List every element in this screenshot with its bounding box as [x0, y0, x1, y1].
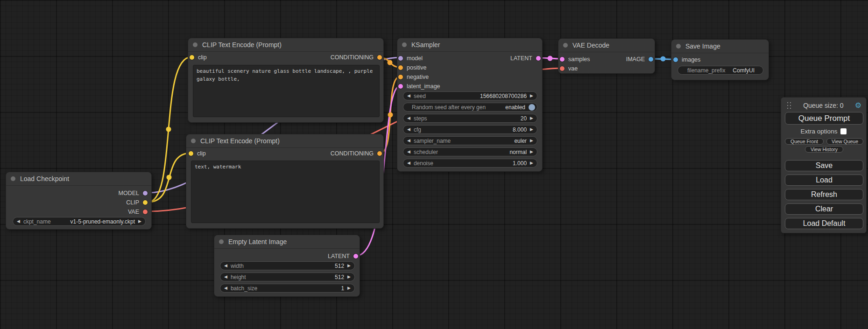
- conditioning-output-port[interactable]: [377, 151, 382, 156]
- clip-output-port[interactable]: [143, 200, 148, 205]
- decrement-arrow-icon[interactable]: ◀: [224, 275, 227, 279]
- clip-input-port[interactable]: [189, 151, 193, 156]
- queue-panel-header: Queue size: 0 ⚙: [781, 99, 866, 112]
- prompt-textarea[interactable]: text, watermark: [191, 161, 380, 223]
- denoise-widget[interactable]: ◀ denoise 1.000 ▶: [403, 159, 537, 168]
- drag-handle-icon[interactable]: [786, 101, 792, 111]
- decrement-arrow-icon[interactable]: ◀: [224, 264, 227, 268]
- increment-arrow-icon[interactable]: ▶: [530, 127, 533, 132]
- vae-input-port[interactable]: [560, 66, 565, 71]
- output-label: CONDITIONING: [331, 54, 374, 61]
- node-vae-decode[interactable]: VAE Decode samples vae IMAGE: [558, 38, 655, 74]
- node-title: Save Image: [685, 42, 720, 50]
- collapse-dot-icon[interactable]: [676, 44, 681, 49]
- input-label: model: [407, 55, 423, 62]
- decrement-arrow-icon[interactable]: ◀: [407, 127, 410, 132]
- extra-options-checkbox[interactable]: [840, 128, 847, 134]
- view-queue-button[interactable]: View Queue: [826, 138, 863, 145]
- model-input-port[interactable]: [398, 56, 403, 61]
- increment-arrow-icon[interactable]: ▶: [347, 275, 351, 279]
- widget-value: v1-5-pruned-emaonly.ckpt: [71, 218, 135, 225]
- filename-prefix-widget[interactable]: filename_prefix ComfyUI: [677, 66, 763, 75]
- widget-value: 512: [335, 274, 344, 280]
- input-label: vae: [568, 65, 578, 72]
- vae-output-port[interactable]: [143, 210, 148, 214]
- clear-button[interactable]: Clear: [785, 203, 863, 215]
- widget-value: 20: [521, 115, 527, 122]
- node-clip-text-encode-negative[interactable]: CLIP Text Encode (Prompt) clip CONDITION…: [186, 134, 384, 229]
- clip-input-port[interactable]: [190, 55, 194, 60]
- increment-arrow-icon[interactable]: ▶: [530, 116, 533, 120]
- steps-widget[interactable]: ◀ steps 20 ▶: [403, 114, 537, 123]
- node-load-checkpoint[interactable]: Load Checkpoint MODEL CLIP VAE ◀ ckpt_na…: [6, 172, 152, 230]
- increment-arrow-icon[interactable]: ▶: [530, 150, 533, 154]
- latent-output-port[interactable]: [353, 254, 358, 259]
- input-label: positive: [407, 64, 426, 71]
- image-output-port[interactable]: [649, 57, 653, 62]
- latent-image-input-port[interactable]: [398, 84, 403, 89]
- scheduler-widget[interactable]: ◀ scheduler normal ▶: [403, 147, 537, 156]
- load-button[interactable]: Load: [785, 175, 863, 186]
- settings-gear-icon[interactable]: ⚙: [855, 102, 861, 109]
- node-empty-latent-image[interactable]: Empty Latent Image LATENT ◀ width 512 ▶ …: [214, 235, 360, 297]
- collapse-dot-icon[interactable]: [11, 176, 15, 181]
- decrement-arrow-icon[interactable]: ◀: [17, 219, 20, 224]
- node-save-image[interactable]: Save Image images filename_prefix ComfyU…: [671, 39, 769, 80]
- conditioning-output-port[interactable]: [377, 55, 382, 60]
- increment-arrow-icon[interactable]: ▶: [530, 139, 533, 143]
- extra-options-row: Extra options: [781, 128, 866, 135]
- width-widget[interactable]: ◀ width 512 ▶: [220, 261, 355, 270]
- node-clip-text-encode-positive[interactable]: CLIP Text Encode (Prompt) clip CONDITION…: [188, 38, 384, 123]
- samples-input-port[interactable]: [560, 57, 565, 62]
- height-widget[interactable]: ◀ height 512 ▶: [220, 273, 355, 281]
- ckpt-name-widget[interactable]: ◀ ckpt_name v1-5-pruned-emaonly.ckpt ▶: [13, 217, 146, 226]
- decrement-arrow-icon[interactable]: ◀: [407, 116, 410, 120]
- increment-arrow-icon[interactable]: ▶: [347, 264, 351, 268]
- node-title-bar: CLIP Text Encode (Prompt): [186, 134, 383, 148]
- save-button[interactable]: Save: [785, 160, 863, 171]
- decrement-arrow-icon[interactable]: ◀: [224, 286, 227, 290]
- toggle-enabled-icon[interactable]: [529, 104, 535, 111]
- queue-prompt-button[interactable]: Queue Prompt: [785, 112, 863, 125]
- widget-label: ckpt_name: [23, 218, 51, 225]
- batch-size-widget[interactable]: ◀ batch_size 1 ▶: [220, 284, 355, 293]
- latent-output-port[interactable]: [536, 56, 541, 61]
- input-slot-clip: clip: [189, 149, 206, 158]
- negative-input-port[interactable]: [398, 75, 403, 79]
- load-default-button[interactable]: Load Default: [785, 218, 863, 229]
- prompt-textarea[interactable]: beautiful scenery nature glass bottle la…: [193, 65, 380, 117]
- widget-label: scheduler: [414, 149, 438, 155]
- random-seed-widget[interactable]: Random seed after every gen enabled: [403, 103, 537, 112]
- decrement-arrow-icon[interactable]: ◀: [407, 139, 410, 143]
- cfg-widget[interactable]: ◀ cfg 8.000 ▶: [403, 125, 537, 134]
- model-output-port[interactable]: [143, 191, 148, 196]
- output-slot-latent: LATENT: [510, 54, 541, 63]
- widget-label: steps: [414, 115, 427, 122]
- seed-widget[interactable]: ◀ seed 156680208700286 ▶: [403, 91, 537, 100]
- increment-arrow-icon[interactable]: ▶: [530, 94, 533, 98]
- collapse-dot-icon[interactable]: [219, 239, 224, 244]
- sampler-name-widget[interactable]: ◀ sampler_name euler ▶: [403, 136, 537, 145]
- refresh-button[interactable]: Refresh: [785, 189, 863, 200]
- collapse-dot-icon[interactable]: [191, 139, 196, 143]
- collapse-dot-icon[interactable]: [563, 43, 568, 48]
- increment-arrow-icon[interactable]: ▶: [347, 286, 351, 290]
- node-title: Load Checkpoint: [20, 175, 69, 182]
- increment-arrow-icon[interactable]: ▶: [530, 161, 533, 165]
- collapse-dot-icon[interactable]: [402, 42, 407, 47]
- decrement-arrow-icon[interactable]: ◀: [407, 150, 410, 154]
- decrement-arrow-icon[interactable]: ◀: [407, 94, 410, 98]
- view-history-button[interactable]: View History: [805, 146, 843, 153]
- node-ksampler[interactable]: KSampler model positive negative latent_…: [397, 38, 543, 172]
- images-input-port[interactable]: [673, 57, 678, 62]
- decrement-arrow-icon[interactable]: ◀: [407, 161, 410, 165]
- queue-panel: Queue size: 0 ⚙ Queue Prompt Extra optio…: [781, 97, 867, 233]
- collapse-dot-icon[interactable]: [193, 42, 198, 47]
- positive-input-port[interactable]: [398, 65, 403, 70]
- node-graph-canvas[interactable]: Load Checkpoint MODEL CLIP VAE ◀ ckpt_na…: [0, 0, 868, 329]
- input-slot-vae: vae: [560, 64, 578, 73]
- increment-arrow-icon[interactable]: ▶: [138, 219, 141, 224]
- queue-front-button[interactable]: Queue Front: [785, 138, 824, 145]
- input-label: clip: [197, 150, 206, 157]
- widget-label: batch_size: [231, 285, 257, 292]
